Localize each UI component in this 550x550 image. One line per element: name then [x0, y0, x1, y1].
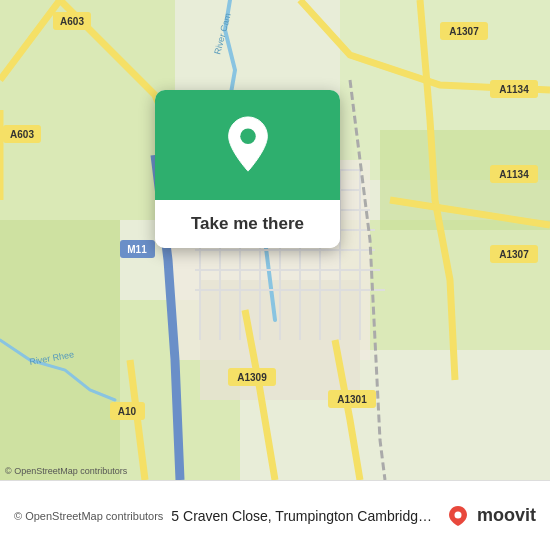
location-card: Take me there: [155, 90, 340, 248]
svg-text:M11: M11: [127, 244, 147, 255]
svg-rect-2: [0, 220, 120, 480]
svg-text:© OpenStreetMap contributors: © OpenStreetMap contributors: [5, 466, 128, 476]
svg-text:A1307: A1307: [449, 26, 479, 37]
svg-text:A603: A603: [10, 129, 34, 140]
svg-text:A1309: A1309: [237, 372, 267, 383]
svg-text:A1307: A1307: [499, 249, 529, 260]
moovit-label: moovit: [477, 505, 536, 526]
svg-text:A1134: A1134: [499, 84, 529, 95]
svg-rect-1: [0, 0, 175, 220]
bottom-bar: © OpenStreetMap contributors 5 Craven Cl…: [0, 480, 550, 550]
svg-text:A1134: A1134: [499, 169, 529, 180]
svg-point-32: [240, 129, 255, 144]
address-text: 5 Craven Close, Trumpington Cambridge, E…: [171, 508, 439, 524]
svg-point-33: [454, 511, 461, 518]
map-container[interactable]: A603 A603 A1307 A1134 A1134 A1307 M11 A1…: [0, 0, 550, 480]
map-attribution: © OpenStreetMap contributors: [14, 510, 163, 522]
svg-text:A1301: A1301: [337, 394, 367, 405]
take-me-there-button[interactable]: Take me there: [155, 200, 340, 248]
svg-text:A10: A10: [118, 406, 137, 417]
location-pin-icon: [222, 115, 274, 175]
moovit-pin-icon: [447, 505, 469, 527]
card-header: [155, 90, 340, 200]
svg-text:A603: A603: [60, 16, 84, 27]
